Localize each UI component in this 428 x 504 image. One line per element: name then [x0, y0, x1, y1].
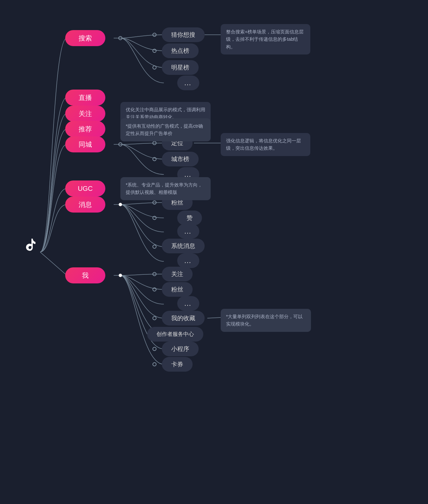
- svg-point-13: [153, 49, 156, 52]
- node-search[interactable]: 搜索: [65, 30, 105, 46]
- node-dots1: …: [177, 76, 199, 90]
- node-dots3: …: [177, 224, 199, 239]
- svg-point-11: [119, 274, 122, 277]
- svg-point-24: [153, 363, 156, 366]
- node-favorites[interactable]: 我的收藏: [162, 311, 205, 326]
- svg-point-18: [153, 216, 156, 220]
- svg-point-16: [153, 157, 156, 161]
- svg-point-9: [119, 143, 122, 146]
- svg-point-22: [153, 317, 156, 320]
- node-follow2[interactable]: 关注: [162, 267, 193, 281]
- svg-point-21: [153, 288, 156, 291]
- svg-point-10: [119, 203, 122, 206]
- svg-point-14: [153, 66, 156, 69]
- node-message[interactable]: 消息: [65, 197, 105, 213]
- node-city[interactable]: 城市榜: [162, 152, 199, 166]
- node-like[interactable]: 赞: [177, 211, 202, 225]
- svg-point-17: [153, 201, 156, 204]
- node-guess[interactable]: 猜你想搜: [162, 27, 205, 42]
- node-recommend[interactable]: 推荐: [65, 121, 105, 137]
- node-local[interactable]: 同城: [65, 136, 105, 152]
- node-system-msg[interactable]: 系统消息: [162, 239, 205, 253]
- svg-point-15: [153, 141, 156, 145]
- mindmap-canvas: .conn { stroke: #778899; stroke-width: 1…: [0, 0, 428, 504]
- node-hot[interactable]: 热点榜: [162, 43, 199, 58]
- tiktok-logo: [20, 234, 40, 254]
- node-ugc[interactable]: UGC: [65, 180, 105, 197]
- svg-point-12: [153, 33, 156, 36]
- connections-svg: .conn { stroke: #778899; stroke-width: 1…: [0, 0, 428, 504]
- node-me[interactable]: 我: [65, 267, 105, 283]
- node-dots5: …: [177, 296, 199, 311]
- node-fans2[interactable]: 粉丝: [162, 282, 193, 297]
- desc-favorites: *大量单列双列列表在这个部分，可以实现模块化。: [221, 309, 311, 332]
- desc-ugc: *系统、专业产品，提升效率为方向，提供默认视频、相册模版: [120, 177, 211, 200]
- svg-point-8: [119, 36, 122, 40]
- node-coupon[interactable]: 卡券: [162, 357, 193, 372]
- node-live[interactable]: 直播: [65, 90, 105, 106]
- svg-line-7: [207, 318, 221, 318]
- node-star[interactable]: 明星榜: [162, 60, 199, 75]
- svg-point-19: [153, 245, 156, 248]
- svg-point-23: [153, 347, 156, 351]
- svg-point-20: [153, 272, 156, 276]
- node-dots4: …: [177, 253, 199, 268]
- node-creator[interactable]: 创作者服务中心: [147, 327, 203, 342]
- desc-search: 整合搜索+榜单场景，压缩页面信息层级，去掉不利于传递信息的多tab结构。: [221, 24, 310, 54]
- desc-location: 强化信息逻辑，将信息优化之同一层级，突出信息传达效果。: [221, 133, 310, 156]
- desc-recommend: *提供有互动性的广告模式，提高ctr确定性从而提升广告单价: [120, 118, 211, 141]
- node-miniapp[interactable]: 小程序: [162, 342, 199, 356]
- node-follow[interactable]: 关注: [65, 106, 105, 122]
